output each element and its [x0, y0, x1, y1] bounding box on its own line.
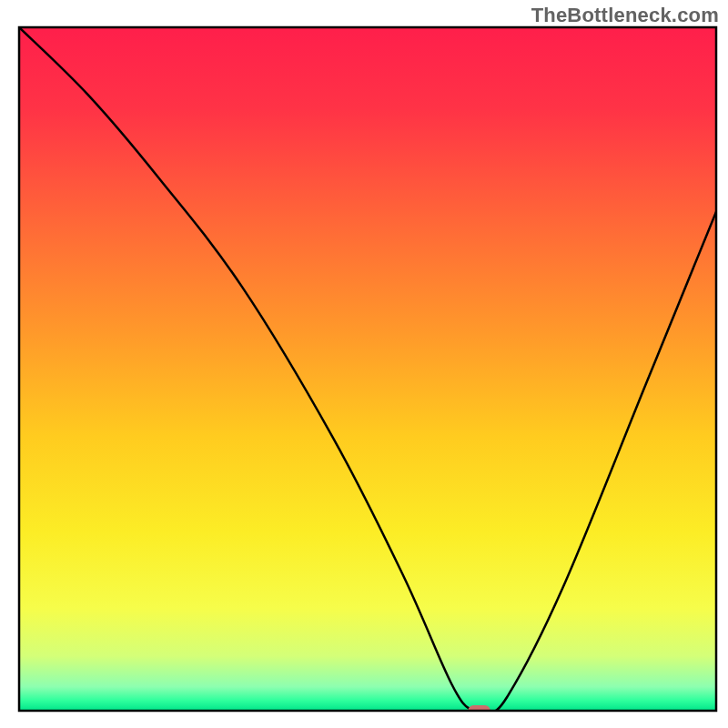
plot-background — [19, 27, 716, 711]
bottleneck-chart — [0, 0, 728, 728]
chart-container: TheBottleneck.com — [0, 0, 728, 728]
